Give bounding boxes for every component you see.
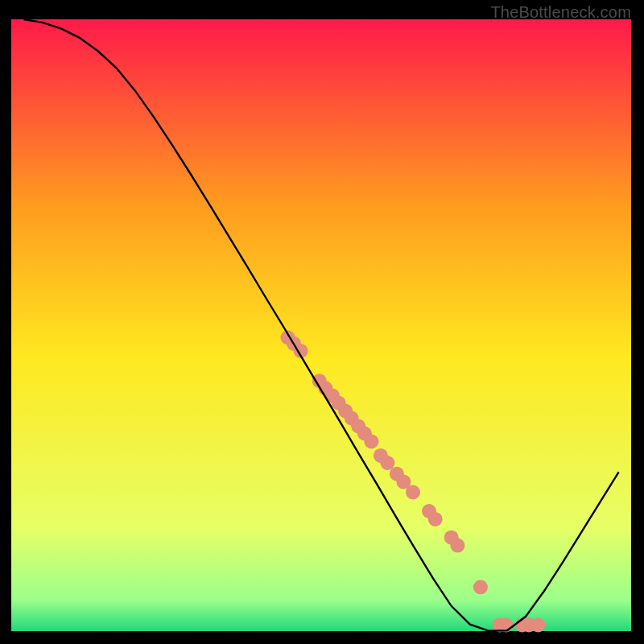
data-point — [450, 539, 464, 553]
watermark-text: TheBottleneck.com — [490, 3, 631, 22]
data-point — [428, 512, 443, 526]
data-point — [406, 485, 420, 500]
data-point — [364, 434, 378, 448]
plot-background — [11, 19, 631, 631]
data-point — [531, 617, 546, 632]
data-point — [473, 580, 488, 594]
data-point — [380, 456, 394, 470]
chart-canvas — [0, 0, 644, 644]
